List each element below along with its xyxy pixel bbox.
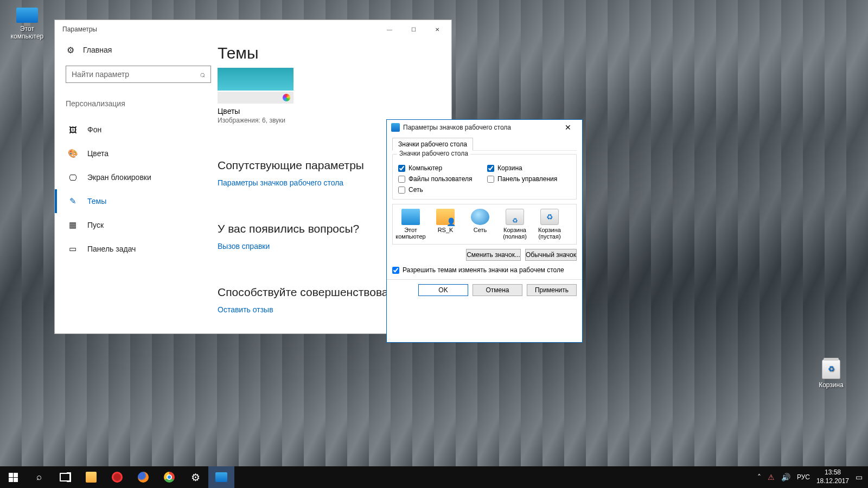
theme-tile[interactable]: Цветы Изображения: 6, звуки bbox=[218, 68, 293, 124]
default-icon-button[interactable]: Обычный значок bbox=[525, 249, 577, 261]
themes-icon: ✎ bbox=[68, 196, 78, 206]
dialog-title: Параметры значков рабочего стола bbox=[403, 124, 511, 131]
checkbox-allow-themes[interactable]: Разрешить темам изменять значки на рабоч… bbox=[392, 266, 577, 274]
search-button[interactable]: ⌕ bbox=[26, 466, 52, 488]
get-help-link[interactable]: Вызов справки bbox=[218, 242, 270, 251]
window-titlebar[interactable]: Параметры — ☐ ✕ bbox=[55, 20, 451, 38]
bin-empty-icon bbox=[540, 209, 559, 225]
sidebar-item-colors[interactable]: 🎨 Цвета bbox=[66, 142, 211, 165]
nav-label: Фон bbox=[87, 125, 101, 134]
change-icon-button[interactable]: Сменить значок... bbox=[466, 249, 521, 261]
monitor-icon bbox=[215, 472, 227, 482]
desktop-icon-label: Корзина bbox=[819, 381, 844, 389]
taskbar-app-settings[interactable]: ⚙ bbox=[182, 466, 208, 488]
sidebar-item-start[interactable]: ▦ Пуск bbox=[66, 213, 211, 237]
clock[interactable]: 13:58 18.12.2017 bbox=[816, 468, 849, 485]
cancel-button[interactable]: Отмена bbox=[473, 284, 522, 296]
icons-groupbox: Значки рабочего стола Компьютер Корзина … bbox=[392, 154, 577, 200]
icon-preview-network[interactable]: Сеть bbox=[464, 209, 496, 240]
search-icon bbox=[200, 69, 205, 79]
sidebar-item-taskbar[interactable]: ▭ Панель задач bbox=[66, 237, 211, 261]
search-placeholder: Найти параметр bbox=[72, 70, 129, 79]
tray-volume-icon[interactable]: 🔊 bbox=[781, 473, 790, 481]
tab-desktop-icons[interactable]: Значки рабочего стола bbox=[392, 138, 473, 151]
picture-icon: 🖼 bbox=[68, 125, 78, 134]
user-folder-icon bbox=[436, 209, 455, 225]
nav-label: Цвета bbox=[87, 149, 108, 158]
taskbar: ⌕ ⚙ ˄ ⚠ 🔊 РУС 13:58 18.12.2017 ▭ bbox=[0, 466, 868, 488]
groupbox-legend: Значки рабочего стола bbox=[397, 150, 470, 157]
ok-button[interactable]: OK bbox=[418, 284, 468, 296]
minimize-button[interactable]: — bbox=[378, 22, 401, 37]
maximize-button[interactable]: ☐ bbox=[401, 22, 425, 37]
desktop-icon-this-pc[interactable]: Этот компьютер bbox=[5, 8, 49, 40]
home-label: Главная bbox=[83, 46, 112, 54]
taskbar-icon: ▭ bbox=[68, 244, 78, 254]
monitor-icon bbox=[16, 8, 38, 23]
taskbar-app-firefox[interactable] bbox=[130, 466, 156, 488]
desktop-icon-recycle-bin[interactable]: Корзина bbox=[809, 359, 853, 389]
tab-strip: Значки рабочего стола bbox=[392, 137, 577, 151]
explorer-icon bbox=[86, 472, 97, 483]
color-swatch-icon bbox=[283, 94, 290, 101]
sidebar-home[interactable]: Главная bbox=[66, 42, 211, 58]
system-tray: ˄ ⚠ 🔊 РУС 13:58 18.12.2017 ▭ bbox=[757, 468, 868, 485]
dialog-titlebar[interactable]: Параметры значков рабочего стола ✕ bbox=[387, 120, 582, 135]
network-icon bbox=[471, 209, 489, 225]
apply-button[interactable]: Применить bbox=[527, 284, 577, 296]
feedback-link[interactable]: Оставить отзыв bbox=[218, 305, 273, 314]
icon-preview-computer[interactable]: Этот компьютер bbox=[395, 209, 426, 240]
close-button[interactable]: ✕ bbox=[425, 22, 449, 37]
gear-icon: ⚙ bbox=[191, 471, 200, 484]
taskbar-app-chrome[interactable] bbox=[156, 466, 182, 488]
dialog-icon bbox=[391, 123, 400, 132]
checkbox-user-files[interactable]: Файлы пользователя bbox=[398, 175, 482, 183]
checkbox-control-panel[interactable]: Панель управления bbox=[487, 175, 571, 183]
tray-notifications-icon[interactable]: ▭ bbox=[856, 473, 863, 481]
windows-icon bbox=[9, 473, 18, 482]
nav-label: Пуск bbox=[87, 221, 104, 229]
theme-thumbnail-bar bbox=[218, 92, 293, 104]
close-button[interactable]: ✕ bbox=[557, 123, 579, 132]
start-icon: ▦ bbox=[68, 220, 78, 230]
desktop-icons-dialog: Параметры значков рабочего стола ✕ Значк… bbox=[386, 119, 583, 343]
desktop-icon-label: Этот компьютер bbox=[11, 25, 44, 40]
gear-icon bbox=[66, 45, 75, 55]
theme-description: Изображения: 6, звуки bbox=[218, 117, 293, 124]
palette-icon: 🎨 bbox=[68, 149, 78, 158]
tray-network-icon[interactable]: ⚠ bbox=[768, 473, 775, 481]
monitor-icon bbox=[401, 209, 420, 225]
chrome-icon bbox=[164, 472, 175, 483]
icon-preview-bin-empty[interactable]: Корзина (пустая) bbox=[534, 209, 565, 240]
sidebar-item-background[interactable]: 🖼 Фон bbox=[66, 118, 211, 142]
clock-time: 13:58 bbox=[816, 468, 849, 477]
search-icon: ⌕ bbox=[36, 472, 42, 483]
checkbox-computer[interactable]: Компьютер bbox=[398, 164, 482, 172]
start-button[interactable] bbox=[0, 466, 26, 488]
sidebar-item-lockscreen[interactable]: 🖵 Экран блокировки bbox=[66, 165, 211, 189]
checkbox-network[interactable]: Сеть bbox=[398, 186, 482, 194]
window-title: Параметры bbox=[62, 25, 97, 33]
section-heading: Персонализация bbox=[66, 99, 211, 108]
input-language[interactable]: РУС bbox=[797, 473, 810, 481]
tray-chevron-icon[interactable]: ˄ bbox=[757, 473, 761, 481]
checkbox-recycle-bin[interactable]: Корзина bbox=[487, 164, 571, 172]
bin-full-icon bbox=[506, 209, 524, 225]
icon-preview-user[interactable]: RS_K bbox=[430, 209, 461, 240]
icon-preview-bin-full[interactable]: Корзина (полная) bbox=[499, 209, 531, 240]
firefox-icon bbox=[138, 472, 149, 483]
taskbar-app-opera[interactable] bbox=[104, 466, 130, 488]
nav-label: Панель задач bbox=[87, 245, 136, 253]
icon-preview-list: Этот компьютер RS_K Сеть Корзина (полная… bbox=[392, 204, 577, 245]
bin-icon bbox=[822, 359, 840, 379]
task-view-button[interactable] bbox=[52, 466, 78, 488]
theme-name: Цветы bbox=[218, 107, 293, 115]
sidebar-item-themes[interactable]: ✎ Темы bbox=[66, 189, 211, 213]
nav-label: Темы bbox=[87, 197, 106, 206]
taskbar-app-personalization[interactable] bbox=[208, 466, 234, 488]
search-input[interactable]: Найти параметр bbox=[66, 66, 211, 83]
settings-sidebar: Главная Найти параметр Персонализация 🖼 … bbox=[55, 38, 218, 333]
task-view-icon bbox=[60, 473, 71, 481]
taskbar-app-explorer[interactable] bbox=[78, 466, 104, 488]
desktop-icons-settings-link[interactable]: Параметры значков рабочего стола bbox=[218, 178, 343, 187]
